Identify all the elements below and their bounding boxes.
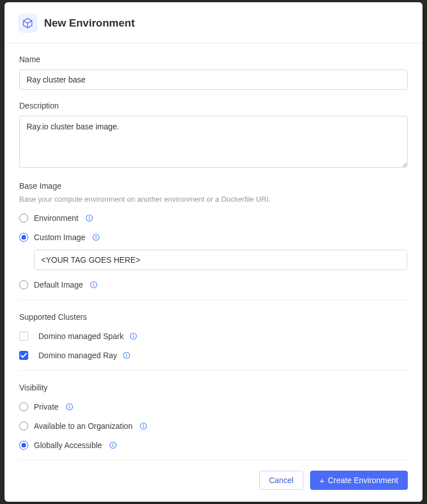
- dialog-header: New Environment: [5, 2, 422, 44]
- radio-org[interactable]: [19, 422, 28, 431]
- radio-default-label: Default Image: [34, 280, 83, 289]
- visibility-heading: Visibility: [19, 383, 408, 392]
- create-button-label: Create Environment: [328, 476, 398, 485]
- radio-org-row: Available to an Organization: [19, 422, 408, 431]
- radio-private-row: Private: [19, 402, 408, 411]
- svg-point-4: [95, 236, 97, 237]
- radio-global-row: Globally Accessible: [19, 441, 408, 450]
- radio-private-label: Private: [34, 402, 59, 411]
- checkbox-spark-row: Domino managed Spark: [19, 332, 408, 341]
- radio-environment-label: Environment: [34, 214, 79, 223]
- description-group: Description: [19, 101, 408, 170]
- info-icon[interactable]: [109, 441, 117, 449]
- dialog-footer: Cancel + Create Environment: [19, 471, 408, 494]
- svg-rect-17: [69, 406, 69, 409]
- svg-point-16: [69, 405, 70, 406]
- name-group: Name: [19, 55, 408, 90]
- radio-global-label: Globally Accessible: [34, 441, 102, 450]
- svg-rect-14: [127, 355, 127, 357]
- svg-rect-8: [94, 284, 94, 286]
- checkbox-ray-label: Domino managed Ray: [38, 351, 117, 360]
- divider: [19, 370, 408, 371]
- dialog-body: Name Description Base Image Base your co…: [5, 44, 422, 502]
- clusters-heading: Supported Clusters: [19, 312, 408, 321]
- info-icon[interactable]: [85, 214, 93, 222]
- svg-rect-2: [89, 218, 89, 220]
- svg-rect-5: [95, 237, 96, 239]
- custom-image-input[interactable]: [34, 250, 407, 270]
- radio-org-label: Available to an Organization: [34, 422, 133, 431]
- checkbox-spark[interactable]: [19, 332, 28, 341]
- cancel-button-label: Cancel: [269, 476, 294, 485]
- divider: [19, 460, 408, 460]
- info-icon[interactable]: [66, 403, 73, 411]
- create-environment-button[interactable]: + Create Environment: [310, 471, 408, 490]
- svg-point-22: [112, 444, 114, 445]
- base-image-heading: Base Image: [19, 181, 408, 190]
- cancel-button[interactable]: Cancel: [259, 471, 303, 490]
- svg-point-10: [133, 334, 134, 336]
- radio-private[interactable]: [19, 402, 28, 411]
- dialog-title: New Environment: [44, 17, 134, 29]
- cube-icon: [18, 14, 37, 33]
- radio-default-row: Default Image: [19, 280, 408, 289]
- description-textarea[interactable]: [19, 116, 408, 168]
- svg-point-1: [89, 216, 90, 218]
- svg-rect-11: [133, 336, 133, 338]
- checkbox-ray[interactable]: [19, 351, 28, 360]
- svg-point-13: [127, 354, 128, 355]
- info-icon[interactable]: [92, 233, 100, 241]
- plus-icon: +: [320, 476, 325, 485]
- radio-environment[interactable]: [19, 214, 28, 223]
- svg-point-7: [93, 283, 94, 284]
- radio-default-image[interactable]: [19, 280, 28, 289]
- name-label: Name: [19, 55, 408, 64]
- info-icon[interactable]: [90, 281, 98, 289]
- new-environment-dialog: New Environment Name Description Base Im…: [5, 2, 422, 502]
- svg-rect-20: [143, 425, 143, 428]
- base-image-helper: Base your compute environment on another…: [19, 195, 408, 203]
- checkbox-ray-row: Domino managed Ray: [19, 351, 408, 360]
- name-input[interactable]: [19, 69, 408, 90]
- divider: [19, 299, 408, 300]
- svg-point-19: [143, 424, 144, 425]
- info-icon[interactable]: [140, 422, 147, 430]
- radio-environment-row: Environment: [19, 214, 408, 223]
- description-label: Description: [19, 101, 408, 110]
- radio-custom-image[interactable]: [19, 233, 28, 242]
- info-icon[interactable]: [123, 351, 130, 359]
- info-icon[interactable]: [129, 332, 137, 340]
- radio-global[interactable]: [19, 441, 28, 450]
- radio-custom-label: Custom Image: [34, 233, 85, 242]
- radio-custom-row: Custom Image: [19, 233, 408, 242]
- custom-image-input-wrap: [34, 250, 408, 270]
- checkbox-spark-label: Domino managed Spark: [38, 332, 124, 341]
- svg-rect-23: [112, 445, 113, 447]
